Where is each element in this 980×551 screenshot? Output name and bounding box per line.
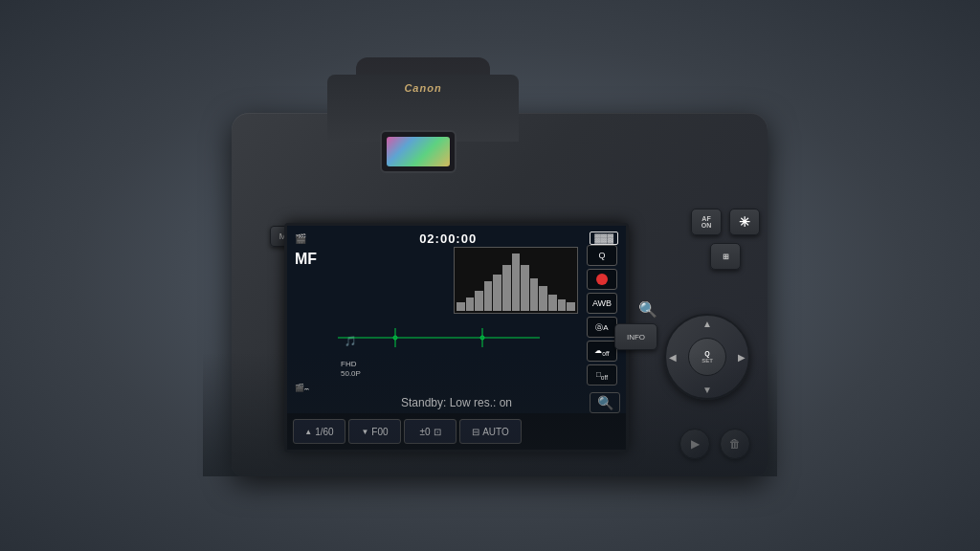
level-line-horizontal — [338, 338, 540, 339]
lcd-timecode: 02:00:00 — [419, 231, 477, 246]
lcd-picture-style-icon[interactable]: ⓐA — [587, 317, 617, 338]
search-icon: 🔍 — [638, 301, 657, 318]
red-circle — [596, 274, 608, 285]
camera-body: MENU 🎬 02:00:00 ▓▓▓ MF — [203, 75, 777, 476]
middle-button-row: ⊞ — [710, 243, 741, 270]
star-button[interactable]: ✳ — [729, 209, 760, 235]
canon-logo: Canon — [404, 82, 441, 94]
star-icon: ✳ — [739, 214, 750, 230]
picture-style-label: ⓐA — [595, 322, 608, 333]
af-on-button[interactable]: AF ON — [691, 209, 722, 235]
lcd-awb-icon[interactable]: AWB — [587, 293, 617, 314]
level-dot-right — [479, 336, 484, 341]
lcd-battery: ▓▓▓ — [590, 231, 618, 245]
level-dot-left — [393, 336, 398, 341]
lcd-mode-icon: 🎬 — [295, 233, 306, 244]
lcd-mf-label: MF — [295, 251, 317, 268]
info-button[interactable]: INFO — [614, 323, 657, 350]
scene: MENU 🎬 02:00:00 ▓▓▓ MF — [0, 0, 980, 551]
nav-up-arrow: ▲ — [702, 319, 712, 329]
af-on-label: AF ON — [702, 215, 712, 229]
lcd-q-icon[interactable]: Q — [587, 245, 617, 266]
top-button-row: AF ON ✳ — [691, 209, 760, 235]
camera-right-buttons: AF ON ✳ ⊞ — [691, 209, 760, 270]
info-label: INFO — [627, 333, 645, 342]
blue-search-icon[interactable]: 🔍 — [638, 299, 657, 320]
movie-mode-icon: 🎬 — [295, 233, 306, 244]
grid-icon: ⊞ — [723, 253, 729, 261]
lcd-record-icon[interactable] — [587, 269, 617, 290]
reflection-overlay — [203, 352, 777, 476]
eyepiece — [380, 130, 457, 173]
viewfinder-glass — [387, 137, 450, 166]
grid-button[interactable]: ⊞ — [710, 243, 741, 270]
